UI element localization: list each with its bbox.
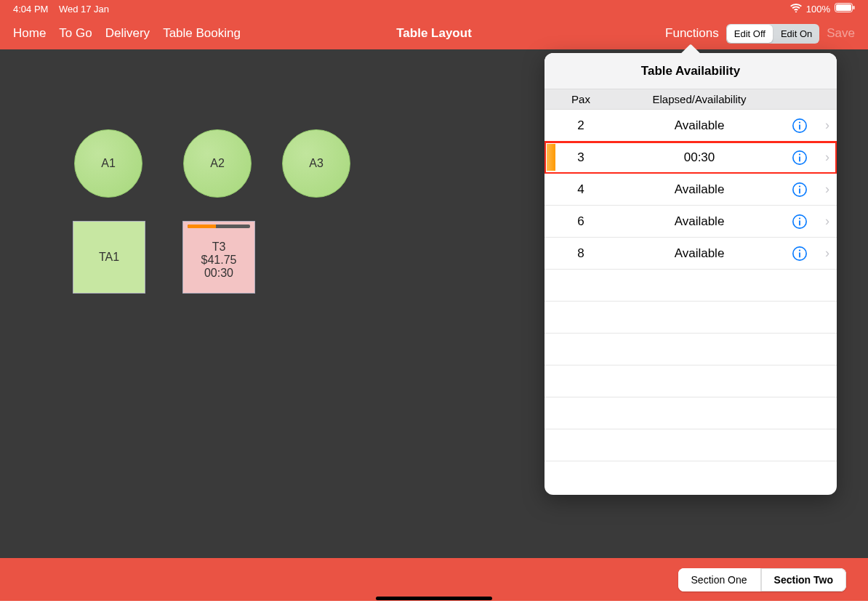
row-pax: 4 (544, 182, 617, 197)
svg-rect-2 (853, 6, 855, 9)
col-pax: Pax (544, 93, 617, 105)
bottom-bar: Section One Section Two (0, 558, 868, 601)
info-icon[interactable] (781, 118, 818, 134)
empty-row (544, 461, 837, 488)
row-value: Available (617, 182, 781, 197)
svg-point-16 (799, 249, 800, 251)
edit-off-button[interactable]: Edit Off (727, 25, 773, 43)
svg-point-13 (799, 217, 800, 219)
info-icon[interactable] (781, 246, 818, 262)
info-icon[interactable] (781, 214, 818, 230)
nav-togo[interactable]: To Go (59, 26, 92, 41)
table-amount: $41.75 (201, 254, 237, 267)
svg-point-4 (799, 121, 800, 123)
col-elapsed: Elapsed/Availability (617, 93, 781, 105)
section-one-button[interactable]: Section One (678, 568, 760, 591)
wifi-icon (790, 4, 802, 15)
info-icon[interactable] (781, 182, 818, 198)
availability-row[interactable]: 2Available› (544, 110, 837, 142)
edit-toggle[interactable]: Edit Off Edit On (726, 24, 819, 44)
nav-delivery[interactable]: Delivery (105, 26, 150, 41)
svg-rect-17 (799, 252, 800, 257)
page-title: Table Layout (396, 26, 472, 41)
section-two-button[interactable]: Section Two (761, 568, 846, 591)
availability-popover: Table Availability Pax Elapsed/Availabil… (544, 53, 837, 495)
availability-row[interactable]: 6Available› (544, 206, 837, 238)
table-a2[interactable]: A2 (183, 129, 252, 198)
empty-row (544, 270, 837, 302)
table-t3[interactable]: T3 $41.75 00:30 (182, 221, 255, 294)
battery-icon (835, 3, 855, 15)
row-value: Available (617, 214, 781, 229)
row-value: 00:30 (617, 150, 781, 165)
empty-row (544, 334, 837, 365)
section-segment[interactable]: Section One Section Two (678, 568, 846, 591)
battery-percent: 100% (806, 4, 830, 15)
bezel (0, 601, 868, 606)
nav-bar: Home To Go Delivery Table Booking Table … (0, 17, 868, 49)
nav-home[interactable]: Home (13, 26, 46, 41)
row-pax: 2 (544, 118, 617, 133)
status-right: 100% (790, 3, 855, 15)
table-label: A2 (210, 157, 225, 170)
row-value: Available (617, 118, 781, 133)
empty-row (544, 365, 837, 397)
svg-point-7 (799, 153, 800, 155)
row-value: Available (617, 246, 781, 261)
table-a1[interactable]: A1 (74, 129, 142, 198)
table-a3[interactable]: A3 (282, 129, 350, 198)
svg-rect-11 (799, 188, 800, 193)
status-date: Wed 17 Jan (59, 4, 109, 15)
empty-row (544, 302, 837, 334)
nav-booking[interactable]: Table Booking (163, 26, 241, 41)
availability-row[interactable]: 300:30› (544, 142, 837, 174)
svg-rect-14 (799, 220, 800, 225)
svg-point-10 (799, 185, 800, 187)
row-pax: 6 (544, 214, 617, 229)
table-label: A3 (309, 157, 324, 170)
status-left: 4:04 PM Wed 17 Jan (13, 4, 109, 15)
popover-columns: Pax Elapsed/Availability (544, 89, 837, 110)
progress-bar (188, 225, 250, 228)
availability-row[interactable]: 4Available› (544, 174, 837, 206)
info-icon[interactable] (781, 150, 818, 166)
popover-rows: 2Available›300:30›4Available›6Available›… (544, 110, 837, 488)
chevron-right-icon: › (818, 214, 837, 229)
table-label: TA1 (99, 251, 119, 264)
chevron-right-icon: › (818, 150, 837, 165)
table-elapsed: 00:30 (204, 267, 233, 280)
svg-rect-5 (799, 124, 800, 129)
chevron-right-icon: › (818, 182, 837, 197)
chevron-right-icon: › (818, 246, 837, 261)
nav-functions[interactable]: Functions (665, 26, 719, 41)
row-pax: 8 (544, 246, 617, 261)
table-label: T3 (212, 241, 226, 254)
availability-row[interactable]: 8Available› (544, 238, 837, 270)
svg-rect-8 (799, 156, 800, 161)
table-label: A1 (101, 157, 116, 170)
nav-left: Home To Go Delivery Table Booking (13, 26, 241, 41)
svg-rect-1 (836, 4, 851, 11)
edit-on-button[interactable]: Edit On (773, 24, 819, 44)
empty-row (544, 397, 837, 429)
table-ta1[interactable]: TA1 (73, 221, 145, 294)
chevron-right-icon: › (818, 118, 837, 133)
empty-row (544, 429, 837, 461)
status-time: 4:04 PM (13, 4, 48, 15)
save-button[interactable]: Save (827, 26, 855, 41)
nav-right: Functions Edit Off Edit On Save (665, 24, 855, 44)
row-pax: 3 (544, 150, 617, 165)
status-bar: 4:04 PM Wed 17 Jan 100% (0, 0, 868, 17)
home-indicator (376, 597, 492, 600)
